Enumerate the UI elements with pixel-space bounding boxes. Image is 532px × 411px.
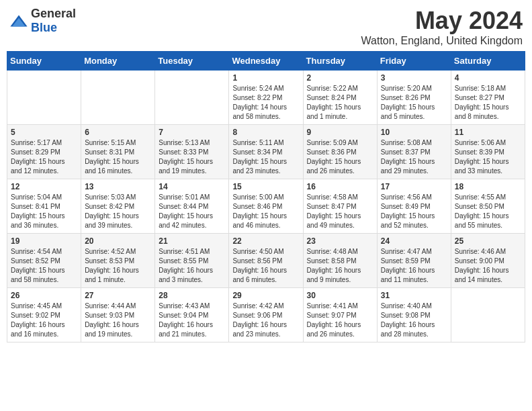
day-number: 9 bbox=[307, 128, 373, 137]
calendar-cell: 16Sunrise: 4:58 AM Sunset: 8:47 PM Dayli… bbox=[303, 179, 377, 234]
day-number: 4 bbox=[455, 73, 521, 83]
weekday-header: Thursday bbox=[303, 52, 377, 71]
page-header: General Blue May 2024 Watton, England, U… bbox=[7, 7, 525, 47]
day-number: 20 bbox=[85, 236, 151, 246]
day-info: Sunrise: 5:17 AM Sunset: 8:29 PM Dayligh… bbox=[11, 138, 77, 176]
calendar-cell: 11Sunrise: 5:06 AM Sunset: 8:39 PM Dayli… bbox=[451, 125, 525, 179]
calendar-cell: 14Sunrise: 5:01 AM Sunset: 8:44 PM Dayli… bbox=[155, 179, 229, 234]
calendar-week-row: 12Sunrise: 5:04 AM Sunset: 8:41 PM Dayli… bbox=[7, 179, 525, 234]
day-number: 11 bbox=[455, 128, 521, 137]
day-number: 27 bbox=[85, 291, 151, 300]
day-number: 26 bbox=[11, 291, 77, 300]
day-number: 6 bbox=[85, 128, 151, 137]
calendar-week-row: 19Sunrise: 4:54 AM Sunset: 8:52 PM Dayli… bbox=[7, 234, 525, 288]
calendar-header-row: SundayMondayTuesdayWednesdayThursdayFrid… bbox=[7, 52, 525, 71]
day-info: Sunrise: 5:11 AM Sunset: 8:34 PM Dayligh… bbox=[232, 138, 299, 176]
logo-general: General bbox=[31, 7, 76, 20]
day-info: Sunrise: 4:42 AM Sunset: 9:06 PM Dayligh… bbox=[232, 302, 299, 339]
weekday-header: Monday bbox=[81, 52, 155, 71]
subtitle: Watton, England, United Kingdom bbox=[361, 35, 523, 47]
calendar-table: SundayMondayTuesdayWednesdayThursdayFrid… bbox=[7, 51, 525, 342]
day-info: Sunrise: 4:50 AM Sunset: 8:56 PM Dayligh… bbox=[232, 247, 299, 285]
day-number: 16 bbox=[307, 182, 373, 191]
day-info: Sunrise: 4:44 AM Sunset: 9:03 PM Dayligh… bbox=[85, 302, 151, 339]
calendar-cell: 20Sunrise: 4:52 AM Sunset: 8:53 PM Dayli… bbox=[81, 234, 155, 288]
day-info: Sunrise: 5:00 AM Sunset: 8:46 PM Dayligh… bbox=[232, 193, 299, 230]
calendar-cell: 26Sunrise: 4:45 AM Sunset: 9:02 PM Dayli… bbox=[7, 288, 81, 342]
day-number: 15 bbox=[232, 182, 299, 191]
calendar-cell: 31Sunrise: 4:40 AM Sunset: 9:08 PM Dayli… bbox=[377, 288, 451, 342]
day-number: 24 bbox=[381, 236, 447, 246]
day-info: Sunrise: 5:08 AM Sunset: 8:37 PM Dayligh… bbox=[381, 138, 447, 176]
logo: General Blue bbox=[9, 7, 76, 35]
calendar-cell: 5Sunrise: 5:17 AM Sunset: 8:29 PM Daylig… bbox=[7, 125, 81, 179]
day-info: Sunrise: 4:54 AM Sunset: 8:52 PM Dayligh… bbox=[11, 247, 77, 285]
day-info: Sunrise: 5:20 AM Sunset: 8:26 PM Dayligh… bbox=[381, 84, 447, 122]
day-info: Sunrise: 4:45 AM Sunset: 9:02 PM Dayligh… bbox=[11, 302, 77, 339]
day-info: Sunrise: 4:43 AM Sunset: 9:04 PM Dayligh… bbox=[159, 302, 225, 339]
calendar-cell: 3Sunrise: 5:20 AM Sunset: 8:26 PM Daylig… bbox=[377, 71, 451, 125]
calendar-cell: 30Sunrise: 4:41 AM Sunset: 9:07 PM Dayli… bbox=[303, 288, 377, 342]
day-number: 29 bbox=[232, 291, 299, 300]
day-info: Sunrise: 4:48 AM Sunset: 8:58 PM Dayligh… bbox=[307, 247, 373, 285]
day-info: Sunrise: 4:51 AM Sunset: 8:55 PM Dayligh… bbox=[159, 247, 225, 285]
calendar-cell: 21Sunrise: 4:51 AM Sunset: 8:55 PM Dayli… bbox=[155, 234, 229, 288]
day-number: 25 bbox=[455, 236, 521, 246]
day-number: 22 bbox=[232, 236, 299, 246]
calendar-cell: 29Sunrise: 4:42 AM Sunset: 9:06 PM Dayli… bbox=[229, 288, 303, 342]
day-number: 13 bbox=[85, 182, 151, 191]
day-number: 17 bbox=[381, 182, 447, 191]
day-info: Sunrise: 5:04 AM Sunset: 8:41 PM Dayligh… bbox=[11, 193, 77, 230]
day-number: 28 bbox=[159, 291, 225, 300]
day-info: Sunrise: 5:15 AM Sunset: 8:31 PM Dayligh… bbox=[85, 138, 151, 176]
weekday-header: Sunday bbox=[7, 52, 81, 71]
day-number: 31 bbox=[381, 291, 447, 300]
calendar-cell: 7Sunrise: 5:13 AM Sunset: 8:33 PM Daylig… bbox=[155, 125, 229, 179]
day-number: 10 bbox=[381, 128, 447, 137]
calendar-cell: 28Sunrise: 4:43 AM Sunset: 9:04 PM Dayli… bbox=[155, 288, 229, 342]
logo-blue: Blue bbox=[31, 21, 57, 34]
calendar-week-row: 5Sunrise: 5:17 AM Sunset: 8:29 PM Daylig… bbox=[7, 125, 525, 179]
day-number: 23 bbox=[307, 236, 373, 246]
calendar-cell: 18Sunrise: 4:55 AM Sunset: 8:50 PM Dayli… bbox=[451, 179, 525, 234]
day-info: Sunrise: 5:03 AM Sunset: 8:42 PM Dayligh… bbox=[85, 193, 151, 230]
calendar-cell: 19Sunrise: 4:54 AM Sunset: 8:52 PM Dayli… bbox=[7, 234, 81, 288]
title-section: May 2024 Watton, England, United Kingdom bbox=[361, 7, 523, 47]
calendar-cell: 15Sunrise: 5:00 AM Sunset: 8:46 PM Dayli… bbox=[229, 179, 303, 234]
calendar-cell: 6Sunrise: 5:15 AM Sunset: 8:31 PM Daylig… bbox=[81, 125, 155, 179]
day-number: 5 bbox=[11, 128, 77, 137]
main-title: May 2024 bbox=[361, 7, 523, 35]
logo-icon bbox=[9, 14, 28, 28]
calendar-cell: 4Sunrise: 5:18 AM Sunset: 8:27 PM Daylig… bbox=[451, 71, 525, 125]
calendar-cell: 9Sunrise: 5:09 AM Sunset: 8:36 PM Daylig… bbox=[303, 125, 377, 179]
day-number: 21 bbox=[159, 236, 225, 246]
day-info: Sunrise: 5:06 AM Sunset: 8:39 PM Dayligh… bbox=[455, 138, 521, 176]
calendar-cell: 25Sunrise: 4:46 AM Sunset: 9:00 PM Dayli… bbox=[451, 234, 525, 288]
logo-text: General Blue bbox=[31, 7, 76, 35]
calendar-cell: 8Sunrise: 5:11 AM Sunset: 8:34 PM Daylig… bbox=[229, 125, 303, 179]
calendar-cell bbox=[7, 71, 81, 125]
day-info: Sunrise: 4:40 AM Sunset: 9:08 PM Dayligh… bbox=[381, 302, 447, 339]
day-number: 19 bbox=[11, 236, 77, 246]
day-number: 8 bbox=[232, 128, 299, 137]
day-number: 7 bbox=[159, 128, 225, 137]
calendar-cell: 10Sunrise: 5:08 AM Sunset: 8:37 PM Dayli… bbox=[377, 125, 451, 179]
calendar-cell: 13Sunrise: 5:03 AM Sunset: 8:42 PM Dayli… bbox=[81, 179, 155, 234]
calendar-week-row: 26Sunrise: 4:45 AM Sunset: 9:02 PM Dayli… bbox=[7, 288, 525, 342]
calendar-cell: 1Sunrise: 5:24 AM Sunset: 8:22 PM Daylig… bbox=[229, 71, 303, 125]
calendar-cell: 2Sunrise: 5:22 AM Sunset: 8:24 PM Daylig… bbox=[303, 71, 377, 125]
calendar-cell bbox=[155, 71, 229, 125]
day-info: Sunrise: 4:58 AM Sunset: 8:47 PM Dayligh… bbox=[307, 193, 373, 230]
day-number: 18 bbox=[455, 182, 521, 191]
day-info: Sunrise: 4:46 AM Sunset: 9:00 PM Dayligh… bbox=[455, 247, 521, 285]
day-info: Sunrise: 4:52 AM Sunset: 8:53 PM Dayligh… bbox=[85, 247, 151, 285]
day-info: Sunrise: 4:55 AM Sunset: 8:50 PM Dayligh… bbox=[455, 193, 521, 230]
weekday-header: Wednesday bbox=[229, 52, 303, 71]
day-number: 14 bbox=[159, 182, 225, 191]
calendar-cell: 27Sunrise: 4:44 AM Sunset: 9:03 PM Dayli… bbox=[81, 288, 155, 342]
day-info: Sunrise: 5:09 AM Sunset: 8:36 PM Dayligh… bbox=[307, 138, 373, 176]
day-info: Sunrise: 5:01 AM Sunset: 8:44 PM Dayligh… bbox=[159, 193, 225, 230]
weekday-header: Saturday bbox=[451, 52, 525, 71]
day-number: 2 bbox=[307, 73, 373, 83]
day-info: Sunrise: 4:41 AM Sunset: 9:07 PM Dayligh… bbox=[307, 302, 373, 339]
